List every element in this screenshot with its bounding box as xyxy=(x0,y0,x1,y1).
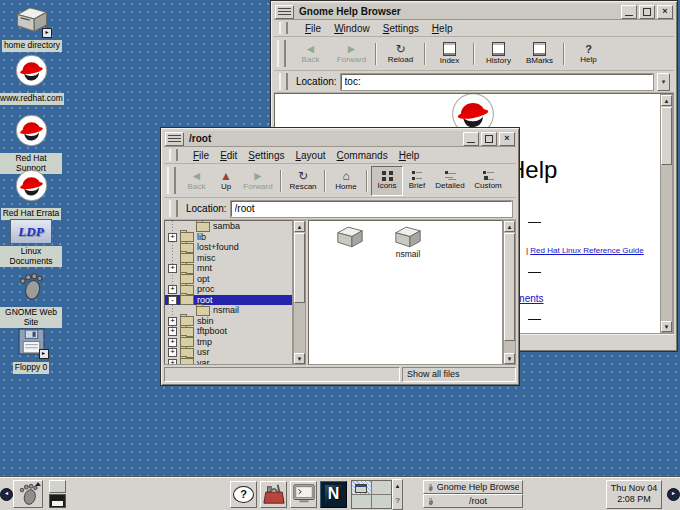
tree-expander-icon[interactable]: + xyxy=(168,264,177,273)
tree-expander-icon[interactable]: + xyxy=(168,338,177,347)
workspace-4[interactable] xyxy=(372,495,391,508)
workspace-2[interactable] xyxy=(372,481,391,494)
back-button[interactable]: ◄Back xyxy=(290,40,331,68)
index-button[interactable]: Index xyxy=(429,40,470,68)
menu-help[interactable]: Help xyxy=(399,150,420,161)
maximize-button[interactable] xyxy=(481,132,497,146)
scrollbar-thumb[interactable] xyxy=(294,233,305,303)
icons-view-button[interactable]: Icons xyxy=(371,166,403,196)
menu-layout[interactable]: Layout xyxy=(296,150,326,161)
pane-scrollbar[interactable] xyxy=(503,220,516,365)
desktop-icon-red-hat-support[interactable]: Red Hat Support xyxy=(0,114,62,174)
desk-applet-top-icon[interactable] xyxy=(49,480,66,493)
help-titlebar[interactable]: Gnome Help Browser xyxy=(274,4,674,20)
detailed-view-button[interactable]: Detailed xyxy=(431,167,469,195)
applet-question-icon[interactable]: ? xyxy=(395,496,399,505)
workspace-1-active[interactable] xyxy=(352,481,371,494)
scroll-up-icon[interactable] xyxy=(504,221,515,232)
tree-scrollbar[interactable] xyxy=(293,220,306,365)
scrollbar-thumb[interactable] xyxy=(504,233,515,341)
locationbar-grip[interactable] xyxy=(169,200,178,217)
menu-edit[interactable]: Edit xyxy=(220,150,237,161)
tree-expander-icon[interactable]: + xyxy=(168,327,177,336)
task-help-browser[interactable]: Gnome Help Browser xyxy=(423,480,523,494)
back-button[interactable]: ◄Back xyxy=(180,167,213,195)
file-item[interactable] xyxy=(323,224,377,249)
location-input[interactable] xyxy=(231,201,512,217)
close-button[interactable] xyxy=(499,132,515,146)
locationbar-grip[interactable] xyxy=(279,73,288,90)
clock-applet[interactable]: Thu Nov 04 2:08 PM xyxy=(606,480,662,509)
minimize-button[interactable] xyxy=(463,132,479,146)
desk-applet-bottom-icon[interactable] xyxy=(49,494,66,508)
netscape-launcher[interactable]: N xyxy=(320,481,347,508)
tree-item-selected[interactable]: -root xyxy=(165,295,292,306)
menu-window[interactable]: Window xyxy=(334,23,370,34)
tree-expander-icon[interactable]: + xyxy=(168,359,177,366)
scroll-up-icon[interactable] xyxy=(661,95,672,106)
window-menu-icon[interactable] xyxy=(275,5,294,19)
toolbar-grip[interactable] xyxy=(277,40,286,67)
window-menu-icon[interactable] xyxy=(165,132,184,146)
menu-settings[interactable]: Settings xyxy=(383,23,419,34)
brief-view-button[interactable]: Brief xyxy=(403,167,431,195)
bookmarks-button[interactable]: BMarks xyxy=(519,40,560,68)
workspace-3[interactable] xyxy=(352,495,371,508)
reload-button[interactable]: ↻Reload xyxy=(380,40,421,68)
menubar-grip[interactable] xyxy=(279,22,288,34)
tree-expander-icon[interactable]: + xyxy=(168,233,177,242)
panel-hide-left-icon[interactable]: ◂ xyxy=(0,488,13,501)
menu-help[interactable]: Help xyxy=(432,23,453,34)
applet-arrow-icon[interactable]: ▲ xyxy=(395,483,401,489)
tree-expander-icon[interactable]: + xyxy=(168,317,177,326)
tree-expander-icon[interactable]: - xyxy=(168,296,177,305)
tree-item[interactable]: +var xyxy=(165,358,292,366)
terminal-launcher[interactable] xyxy=(290,481,317,508)
up-button[interactable]: ▲Up xyxy=(213,167,239,195)
configuration-launcher[interactable] xyxy=(260,481,287,508)
maximize-button[interactable] xyxy=(639,5,655,19)
desk-guide-controls[interactable]: ▲ ? xyxy=(392,479,403,510)
scrollbar-thumb[interactable] xyxy=(661,107,672,165)
scroll-down-icon[interactable] xyxy=(294,353,305,364)
scroll-up-icon[interactable] xyxy=(294,221,305,232)
history-button[interactable]: History xyxy=(478,40,519,68)
desktop-icon-www-redhat-com[interactable]: www.redhat.com xyxy=(0,54,62,105)
forward-button[interactable]: ►Forward xyxy=(331,40,372,68)
main-menu-button[interactable] xyxy=(13,480,43,508)
task-root-folder[interactable]: /root xyxy=(423,494,523,508)
menu-commands[interactable]: Commands xyxy=(337,150,388,161)
desktop-icon-home-directory[interactable]: home directory xyxy=(1,4,63,52)
location-dropdown-icon[interactable] xyxy=(657,73,670,91)
reference-guide-link[interactable]: Red Hat Linux Reference Guide xyxy=(530,246,643,255)
panel-hide-right-icon[interactable]: ▸ xyxy=(667,488,680,501)
help-button[interactable]: ?Help xyxy=(568,40,609,68)
location-input[interactable] xyxy=(341,74,653,90)
desk-applet[interactable] xyxy=(49,480,66,508)
desk-guide-applet[interactable]: ▲ ? xyxy=(351,479,403,510)
scroll-down-icon[interactable] xyxy=(661,321,672,332)
help-launcher[interactable]: ? xyxy=(230,481,257,508)
desktop-icon-floppy[interactable]: Floppy 0 xyxy=(0,327,62,374)
desktop-icon-gnome-web-site[interactable]: GNOME Web Site xyxy=(0,271,62,328)
menu-file[interactable]: File xyxy=(193,150,209,161)
toolbar-grip[interactable] xyxy=(167,167,176,194)
scroll-down-icon[interactable] xyxy=(504,353,515,364)
tree-expander-icon[interactable]: + xyxy=(168,348,177,357)
tree-expander-icon[interactable]: + xyxy=(168,285,177,294)
forward-button[interactable]: ►Forward xyxy=(239,167,277,195)
file-titlebar[interactable]: /root xyxy=(164,131,516,147)
desk-guide-grid[interactable] xyxy=(351,480,392,509)
custom-view-button[interactable]: Custom xyxy=(469,167,507,195)
menubar-grip[interactable] xyxy=(169,149,178,161)
file-item[interactable]: nsmail xyxy=(381,224,435,259)
menu-file[interactable]: File xyxy=(305,23,321,34)
minimize-button[interactable] xyxy=(621,5,637,19)
help-vertical-scrollbar[interactable] xyxy=(660,94,673,333)
close-button[interactable] xyxy=(657,5,673,19)
desktop-icon-ldp[interactable]: LDP Linux Documents xyxy=(0,219,62,267)
home-button[interactable]: ⌂Home xyxy=(329,167,363,195)
desktop-icon-red-hat-errata[interactable]: Red Hat Errata xyxy=(0,169,62,220)
menu-settings[interactable]: Settings xyxy=(248,150,284,161)
rescan-button[interactable]: ↻Rescan xyxy=(285,167,321,195)
